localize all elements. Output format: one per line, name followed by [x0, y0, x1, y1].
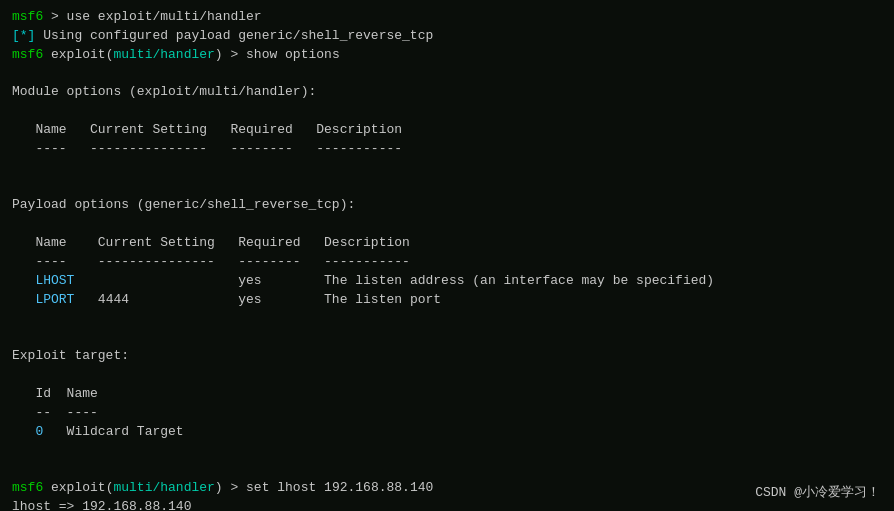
empty-9	[12, 441, 882, 460]
col-header-1: Name Current Setting Required Descriptio…	[12, 121, 882, 140]
prompt-user-2: msf6	[12, 47, 43, 62]
lhost-assignment: lhost => 192.168.88.140	[12, 498, 882, 511]
empty-4	[12, 178, 882, 197]
lhost-label: LHOST	[35, 273, 74, 288]
col-header-2: Name Current Setting Required Descriptio…	[12, 234, 882, 253]
prompt-user: msf6	[12, 9, 43, 24]
line-2: [*] Using configured payload generic/she…	[12, 27, 882, 46]
empty-3	[12, 159, 882, 178]
target-col-header: Id Name	[12, 385, 882, 404]
line-3: msf6 exploit(multi/handler) > show optio…	[12, 46, 882, 65]
module-name-1: multi/handler	[113, 47, 214, 62]
col-divider-1: ---- --------------- -------- ----------…	[12, 140, 882, 159]
exploit-target-header: Exploit target:	[12, 347, 882, 366]
target-col-divider: -- ----	[12, 404, 882, 423]
empty-2	[12, 102, 882, 121]
set-lhost-cmd: msf6 exploit(multi/handler) > set lhost …	[12, 479, 882, 498]
info-star: [*]	[12, 28, 35, 43]
wildcard-target-row: 0 Wildcard Target	[12, 423, 882, 442]
terminal-window: msf6 > use exploit/multi/handler [*] Usi…	[0, 0, 894, 511]
target-id: 0	[35, 424, 43, 439]
lport-label: LPORT	[35, 292, 74, 307]
empty-6	[12, 310, 882, 329]
prompt-user-3: msf6	[12, 480, 43, 495]
line-1: msf6 > use exploit/multi/handler	[12, 8, 882, 27]
empty-7	[12, 328, 882, 347]
module-options-header: Module options (exploit/multi/handler):	[12, 83, 882, 102]
watermark: CSDN @小冷爱学习！	[755, 483, 880, 501]
empty-10	[12, 460, 882, 479]
empty-8	[12, 366, 882, 385]
empty-1	[12, 65, 882, 84]
module-name-2: multi/handler	[113, 480, 214, 495]
col-divider-2: ---- --------------- -------- ----------…	[12, 253, 882, 272]
empty-5	[12, 215, 882, 234]
lport-row: LPORT 4444 yes The listen port	[12, 291, 882, 310]
lhost-row: LHOST yes The listen address (an interfa…	[12, 272, 882, 291]
payload-options-header: Payload options (generic/shell_reverse_t…	[12, 196, 882, 215]
